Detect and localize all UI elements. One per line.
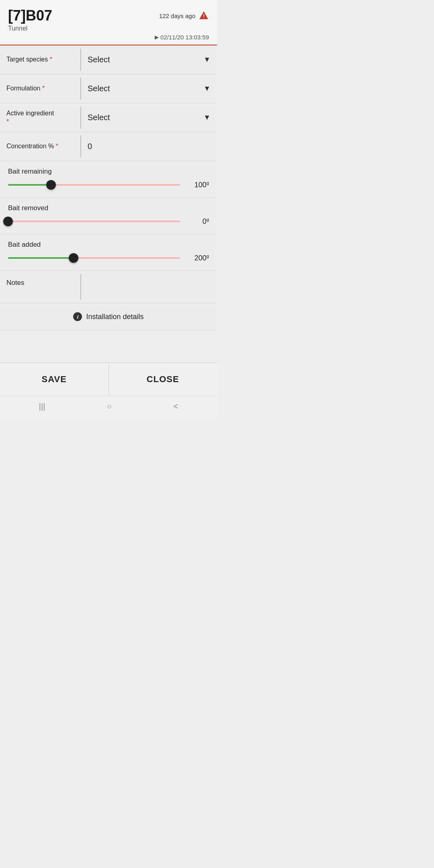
notes-input[interactable] [81,271,217,303]
slider-thumb[interactable] [46,180,56,190]
menu-icon[interactable]: ||| [39,402,45,411]
save-button[interactable]: SAVE [0,363,108,396]
bait-removed-value: 0g [185,217,209,226]
installation-row[interactable]: i Installation details [0,303,217,330]
notes-label: Notes [0,271,80,295]
concentration-label: Concentration % * [0,137,80,156]
close-button[interactable]: CLOSE [109,363,217,396]
header-meta: 122 days ago ! [159,10,209,21]
bottom-buttons: SAVE CLOSE [0,362,217,396]
active-ingredient-select[interactable]: Select ▼ [81,108,217,127]
back-icon[interactable]: < [174,402,178,411]
subtitle: Tunnel [8,25,209,32]
notes-section: Notes [0,271,217,303]
slider-track-bg [8,221,180,222]
concentration-input[interactable] [81,137,217,156]
bait-added-label: Bait added [8,241,209,249]
nav-bar: ||| ○ < [0,396,217,419]
bait-remaining-slider[interactable] [8,181,180,189]
home-icon[interactable]: ○ [107,402,112,411]
page-title: [7]B07 [8,7,52,24]
slider-track-fill [8,184,51,186]
svg-text:!: ! [203,13,205,19]
chevron-down-icon: ▼ [203,113,211,122]
bait-removed-label: Bait removed [8,204,209,212]
chevron-down-icon: ▼ [203,84,211,93]
target-species-label: Target species * [0,51,80,69]
active-ingredient-row: Active ingredient* Select ▼ [0,103,217,132]
days-ago-label: 122 days ago [159,12,195,19]
bait-removed-slider[interactable] [8,217,180,225]
bait-added-value: 200g [185,254,209,262]
bait-remaining-section: Bait remaining 100g [0,161,217,198]
concentration-row: Concentration % * [0,132,217,161]
chevron-down-icon: ▼ [203,55,211,64]
slider-thumb[interactable] [3,217,13,226]
installation-text: Installation details [86,313,143,321]
formulation-row: Formulation * Select ▼ [0,74,217,103]
bait-added-section: Bait added 200g [0,234,217,271]
header: [7]B07 122 days ago ! Tunnel ▶ 02/11/20 … [0,0,217,45]
bait-removed-section: Bait removed 0g [0,198,217,234]
warning-icon: ! [199,10,209,21]
bait-remaining-label: Bait remaining [8,168,209,176]
spacer [0,330,217,362]
target-species-row: Target species * Select ▼ [0,45,217,74]
target-species-select[interactable]: Select ▼ [81,50,217,69]
bait-added-slider[interactable] [8,254,180,262]
header-date: ▶ 02/11/20 13:03:59 [8,34,209,41]
formulation-select[interactable]: Select ▼ [81,79,217,98]
slider-track-fill [8,257,74,259]
active-ingredient-label: Active ingredient* [0,104,80,131]
bait-remaining-value: 100g [185,180,209,189]
slider-thumb[interactable] [69,253,78,263]
formulation-label: Formulation * [0,80,80,98]
info-icon: i [73,312,82,321]
